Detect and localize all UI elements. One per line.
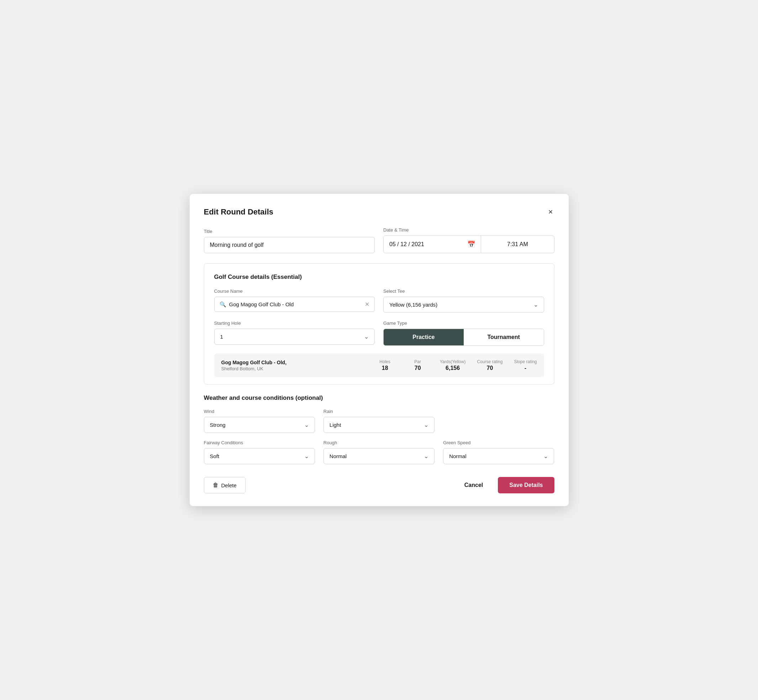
fairway-dropdown[interactable]: Soft ⌄	[204, 448, 315, 464]
course-info-row: Gog Magog Golf Club - Old, Shelford Bott…	[214, 353, 544, 377]
slope-rating-value: -	[525, 365, 526, 371]
trash-icon: 🗑	[213, 482, 219, 488]
course-name-value: Gog Magog Golf Club - Old	[229, 301, 362, 307]
select-tee-value: Yellow (6,156 yards)	[389, 302, 534, 308]
chevron-down-icon: ⌄	[304, 453, 309, 459]
select-tee-dropdown[interactable]: Yellow (6,156 yards) ⌄	[383, 297, 544, 312]
yards-stat: Yards(Yellow) 6,156	[440, 359, 466, 371]
starting-hole-group: Starting Hole 1 ⌄	[214, 320, 375, 346]
date-value: 05 / 12 / 2021	[389, 241, 424, 248]
weather-section: Weather and course conditions (optional)…	[204, 394, 554, 464]
fairway-label: Fairway Conditions	[204, 440, 315, 445]
green-speed-group: Green Speed Normal ⌄	[443, 440, 554, 464]
wind-dropdown[interactable]: Strong ⌄	[204, 417, 315, 433]
modal-header: Edit Round Details ×	[204, 207, 554, 217]
delete-label: Delete	[221, 482, 236, 488]
date-input[interactable]: 05 / 12 / 2021 📅	[383, 236, 481, 253]
holes-label: Holes	[379, 359, 390, 364]
green-speed-label: Green Speed	[443, 440, 554, 445]
fairway-value: Soft	[210, 453, 304, 459]
chevron-down-icon: ⌄	[304, 422, 309, 428]
starting-hole-value: 1	[220, 334, 365, 340]
course-rating-label: Course rating	[477, 359, 503, 364]
select-tee-label: Select Tee	[383, 289, 544, 294]
chevron-down-icon: ⌄	[534, 301, 538, 308]
title-field-group: Title	[204, 229, 375, 253]
rough-value: Normal	[329, 453, 424, 459]
course-info-name: Gog Magog Golf Club - Old, Shelford Bott…	[221, 359, 363, 371]
golf-course-title: Golf Course details (Essential)	[214, 273, 544, 281]
course-tee-row: Course Name 🔍 Gog Magog Golf Club - Old …	[214, 289, 544, 312]
yards-value: 6,156	[446, 365, 460, 371]
rain-label: Rain	[324, 409, 434, 414]
wind-group: Wind Strong ⌄	[204, 409, 315, 433]
title-input[interactable]	[204, 237, 375, 253]
hole-gametype-row: Starting Hole 1 ⌄ Game Type Practice Tou…	[214, 320, 544, 346]
starting-hole-dropdown[interactable]: 1 ⌄	[214, 329, 375, 345]
close-button[interactable]: ×	[547, 207, 554, 217]
holes-value: 18	[382, 365, 388, 371]
course-name-input[interactable]: 🔍 Gog Magog Golf Club - Old ✕	[214, 297, 375, 312]
save-button[interactable]: Save Details	[498, 477, 554, 493]
chevron-down-icon: ⌄	[424, 422, 429, 428]
game-type-toggle: Practice Tournament	[383, 329, 544, 346]
practice-button[interactable]: Practice	[384, 329, 464, 345]
par-stat: Par 70	[407, 359, 429, 371]
par-label: Par	[414, 359, 421, 364]
chevron-down-icon: ⌄	[364, 333, 369, 340]
course-rating-stat: Course rating 70	[477, 359, 503, 371]
fairway-group: Fairway Conditions Soft ⌄	[204, 440, 315, 464]
chevron-down-icon: ⌄	[543, 453, 548, 459]
course-name-label: Course Name	[214, 289, 375, 294]
rough-group: Rough Normal ⌄	[324, 440, 434, 464]
datetime-label: Date & Time	[383, 227, 554, 233]
search-icon: 🔍	[219, 301, 226, 308]
rain-group: Rain Light ⌄	[324, 409, 434, 433]
rough-dropdown[interactable]: Normal ⌄	[324, 448, 434, 464]
course-name-group: Course Name 🔍 Gog Magog Golf Club - Old …	[214, 289, 375, 312]
golf-course-section: Golf Course details (Essential) Course N…	[204, 263, 554, 384]
wind-label: Wind	[204, 409, 315, 414]
footer-right: Cancel Save Details	[458, 477, 554, 493]
cancel-button[interactable]: Cancel	[458, 477, 489, 493]
calendar-icon: 📅	[467, 241, 475, 248]
rain-value: Light	[329, 422, 424, 428]
tournament-button[interactable]: Tournament	[464, 329, 544, 345]
wind-value: Strong	[210, 422, 304, 428]
holes-stat: Holes 18	[374, 359, 396, 371]
green-speed-value: Normal	[449, 453, 543, 459]
course-location: Shelford Bottom, UK	[221, 366, 363, 371]
yards-label: Yards(Yellow)	[440, 359, 466, 364]
clear-course-icon[interactable]: ✕	[365, 301, 370, 308]
modal-title: Edit Round Details	[204, 207, 274, 217]
game-type-group: Game Type Practice Tournament	[383, 320, 544, 346]
datetime-inputs: 05 / 12 / 2021 📅 7:31 AM	[383, 236, 554, 253]
course-full-name: Gog Magog Golf Club - Old,	[221, 359, 363, 365]
slope-rating-stat: Slope rating -	[514, 359, 537, 371]
starting-hole-label: Starting Hole	[214, 320, 375, 326]
slope-rating-label: Slope rating	[514, 359, 537, 364]
fairway-rough-green-row: Fairway Conditions Soft ⌄ Rough Normal ⌄…	[204, 440, 554, 464]
time-value: 7:31 AM	[507, 241, 528, 248]
footer-row: 🗑 Delete Cancel Save Details	[204, 474, 554, 493]
rain-dropdown[interactable]: Light ⌄	[324, 417, 434, 433]
par-value: 70	[415, 365, 421, 371]
select-tee-group: Select Tee Yellow (6,156 yards) ⌄	[383, 289, 544, 312]
green-speed-dropdown[interactable]: Normal ⌄	[443, 448, 554, 464]
delete-button[interactable]: 🗑 Delete	[204, 477, 246, 493]
chevron-down-icon: ⌄	[424, 453, 429, 459]
wind-rain-row: Wind Strong ⌄ Rain Light ⌄	[204, 409, 554, 433]
top-row: Title Date & Time 05 / 12 / 2021 📅 7:31 …	[204, 227, 554, 253]
course-rating-value: 70	[487, 365, 493, 371]
title-label: Title	[204, 229, 375, 234]
rough-label: Rough	[324, 440, 434, 445]
time-input[interactable]: 7:31 AM	[481, 236, 554, 253]
datetime-field-group: Date & Time 05 / 12 / 2021 📅 7:31 AM	[383, 227, 554, 253]
edit-round-modal: Edit Round Details × Title Date & Time 0…	[190, 194, 568, 506]
game-type-label: Game Type	[383, 320, 544, 326]
weather-title: Weather and course conditions (optional)	[204, 394, 554, 402]
